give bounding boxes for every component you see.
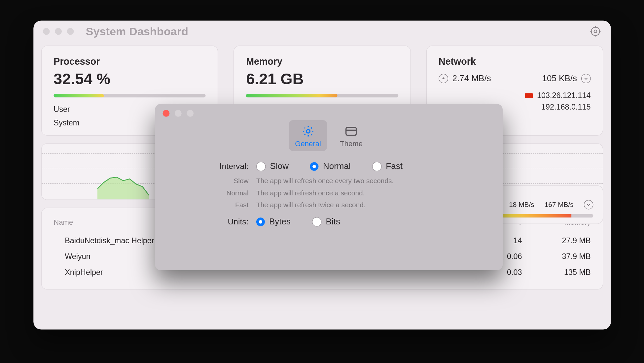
gear-icon (590, 26, 601, 37)
radio-checked-icon (256, 217, 265, 226)
disk-write-rate: 167 MB/s (544, 201, 573, 209)
option-label: Fast (386, 161, 403, 171)
upload-rate: 2.74 MB/s (452, 73, 491, 83)
svg-point-10 (306, 130, 309, 133)
memory-title: Memory (246, 56, 398, 67)
public-ip: 103.26.121.114 (537, 91, 590, 100)
process-mem: 27.9 MB (522, 236, 590, 245)
desc-key: Normal (174, 189, 248, 197)
chevron-down-icon[interactable] (584, 200, 593, 210)
svg-line-8 (591, 34, 592, 35)
network-title: Network (439, 56, 591, 67)
svg-rect-11 (346, 127, 356, 135)
flag-icon (525, 93, 532, 98)
interval-slow-option[interactable]: Slow (256, 161, 288, 171)
memory-value: 6.21 GB (246, 70, 398, 88)
units-label: Units: (174, 217, 248, 226)
cpu-sparkline (97, 170, 149, 200)
preferences-window: General Theme Interval: Slow Normal (155, 104, 503, 270)
interval-label: Interval: (174, 162, 248, 171)
chevron-down-icon[interactable] (581, 74, 591, 83)
upload-icon (439, 74, 448, 83)
process-mem: 135 MB (522, 268, 590, 277)
close-icon[interactable] (162, 110, 169, 117)
tab-label: Theme (340, 140, 363, 148)
interval-fast-option[interactable]: Fast (372, 161, 402, 171)
desc-val: The app will refresh twice a second. (256, 201, 483, 209)
local-ip: 192.168.0.115 (541, 103, 590, 112)
zoom-icon[interactable] (67, 28, 74, 35)
interval-descriptions: Slow The app will refresh once every two… (174, 177, 484, 209)
desc-key: Slow (174, 177, 248, 185)
settings-button[interactable] (589, 25, 601, 37)
processor-title: Processor (54, 56, 206, 67)
tab-theme[interactable]: Theme (334, 120, 368, 151)
close-icon[interactable] (43, 28, 50, 35)
units-bytes-option[interactable]: Bytes (256, 217, 290, 227)
minimize-icon[interactable] (55, 28, 62, 35)
processor-value: 32.54 % (54, 70, 206, 88)
radio-icon (312, 217, 321, 226)
disk-read-rate: 18 MB/s (509, 201, 534, 209)
radio-icon (256, 162, 266, 171)
process-mem: 37.9 MB (522, 252, 590, 261)
traffic-lights (43, 28, 74, 35)
memory-bar (246, 94, 398, 97)
interval-normal-option[interactable]: Normal (310, 161, 350, 171)
gear-icon (301, 124, 315, 138)
processor-bar (54, 94, 206, 97)
radio-icon (372, 162, 381, 171)
svg-point-1 (594, 30, 596, 33)
main-titlebar: System Dashboard (33, 21, 611, 42)
window-icon (344, 124, 358, 138)
svg-line-6 (591, 28, 592, 29)
tab-label: General (295, 140, 321, 148)
option-label: Normal (323, 161, 350, 171)
units-bits-option[interactable]: Bits (312, 217, 340, 227)
zoom-icon[interactable] (187, 110, 194, 117)
option-label: Bytes (269, 217, 290, 227)
page-title: System Dashboard (86, 25, 188, 38)
option-label: Slow (270, 161, 288, 171)
desc-val: The app will refresh once every two seco… (256, 177, 483, 185)
desc-val: The app will refresh once a second. (256, 189, 483, 197)
option-label: Bits (326, 217, 340, 227)
desc-key: Fast (174, 201, 248, 209)
minimize-icon[interactable] (174, 110, 181, 117)
tab-general[interactable]: General (289, 120, 327, 151)
download-rate: 105 KB/s (542, 73, 577, 83)
radio-checked-icon (310, 162, 318, 171)
